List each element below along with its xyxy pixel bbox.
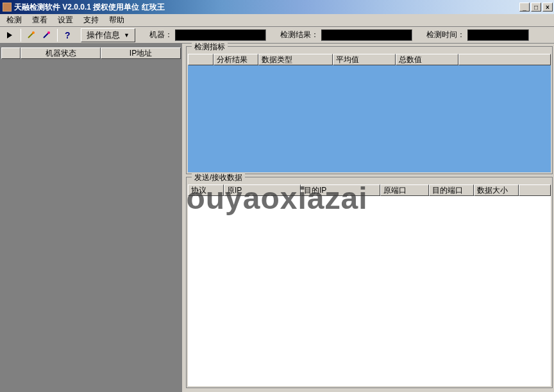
- right-panel: 检测指标 分析结果 数据类型 平均值 总数值 发送/接收数据 协议 原IP 目的…: [185, 44, 554, 392]
- group-data-title: 发送/接收数据: [192, 172, 245, 183]
- menu-settings[interactable]: 设置: [53, 13, 78, 27]
- left-panel: 机器状态 IP地址: [0, 44, 182, 392]
- data-grid-header: 协议 原IP 目的IP 原端口 目的端口 数据大小: [188, 184, 551, 196]
- left-grid-header: 机器状态 IP地址: [1, 47, 181, 59]
- left-col-num[interactable]: [1, 47, 21, 59]
- operation-dropdown[interactable]: 操作信息 ▼: [81, 28, 135, 42]
- metrics-col-0[interactable]: [188, 54, 214, 65]
- toolbar: ? 操作信息 ▼ 机器： 检测结果： 检测时间：: [0, 27, 554, 44]
- data-col-srcport[interactable]: 原端口: [380, 184, 429, 196]
- machine-value: [175, 29, 266, 41]
- chevron-down-icon: ▼: [124, 32, 130, 38]
- menu-help[interactable]: 帮助: [104, 13, 130, 27]
- data-col-dstip[interactable]: 目的IP: [301, 184, 380, 196]
- metrics-grid-body[interactable]: [188, 65, 551, 172]
- help-icon: ?: [63, 31, 72, 40]
- menu-support[interactable]: 支持: [78, 13, 104, 27]
- close-button[interactable]: ×: [542, 3, 553, 12]
- svg-point-4: [47, 31, 50, 34]
- machine-label: 机器：: [149, 29, 172, 40]
- main-area: 机器状态 IP地址 检测指标 分析结果 数据类型 平均值 总数值 发送/接收数据…: [0, 44, 554, 392]
- metrics-col-type[interactable]: 数据类型: [258, 54, 333, 65]
- menubar: 检测 查看 设置 支持 帮助: [0, 14, 554, 27]
- metrics-col-analysis[interactable]: 分析结果: [214, 54, 258, 65]
- data-col-dstport[interactable]: 目的端口: [429, 184, 474, 196]
- data-grid-body[interactable]: [188, 196, 551, 386]
- metrics-col-extra[interactable]: [458, 54, 551, 65]
- menu-view[interactable]: 查看: [27, 13, 53, 27]
- wand-button[interactable]: [24, 28, 38, 42]
- metrics-col-avg[interactable]: 平均值: [333, 54, 396, 65]
- group-metrics: 检测指标 分析结果 数据类型 平均值 总数值: [186, 46, 553, 174]
- play-icon: [6, 32, 13, 38]
- time-label: 检测时间：: [426, 29, 465, 40]
- titlebar: 天融检测软件 V2.0.0.1 授权使用单位 红玫王 _ □ ×: [0, 0, 554, 14]
- separator: [21, 29, 21, 42]
- time-value: [467, 29, 529, 41]
- data-col-protocol[interactable]: 协议: [188, 184, 224, 196]
- play-button[interactable]: [3, 28, 17, 42]
- left-col-ip[interactable]: IP地址: [101, 47, 181, 59]
- window-title: 天融检测软件 V2.0.0.1 授权使用单位 红玫王: [14, 2, 518, 13]
- minimize-button[interactable]: _: [519, 3, 530, 12]
- result-value: [321, 29, 412, 41]
- group-data: 发送/接收数据 协议 原IP 目的IP 原端口 目的端口 数据大小: [186, 177, 553, 388]
- group-metrics-title: 检测指标: [192, 42, 228, 53]
- menu-detect[interactable]: 检测: [1, 13, 27, 27]
- separator: [57, 29, 58, 42]
- help-button[interactable]: ?: [60, 28, 74, 42]
- metrics-grid-header: 分析结果 数据类型 平均值 总数值: [188, 54, 551, 65]
- data-col-size[interactable]: 数据大小: [474, 184, 519, 196]
- app-icon: [3, 3, 12, 12]
- group-border: [187, 46, 552, 51]
- window-controls: _ □ ×: [518, 3, 553, 12]
- left-col-status[interactable]: 机器状态: [21, 47, 101, 59]
- dropdown-label: 操作信息: [87, 29, 120, 41]
- svg-point-2: [32, 31, 35, 34]
- wand-icon: [26, 31, 35, 40]
- data-col-srcip[interactable]: 原IP: [224, 184, 301, 196]
- maximize-button[interactable]: □: [531, 3, 541, 12]
- data-col-extra[interactable]: [519, 184, 551, 196]
- svg-marker-0: [7, 32, 12, 38]
- result-label: 检测结果：: [280, 29, 319, 40]
- svg-text:?: ?: [65, 31, 71, 40]
- color-wand-icon: [42, 31, 51, 40]
- metrics-col-total[interactable]: 总数值: [396, 54, 458, 65]
- color-wand-button[interactable]: [39, 28, 53, 42]
